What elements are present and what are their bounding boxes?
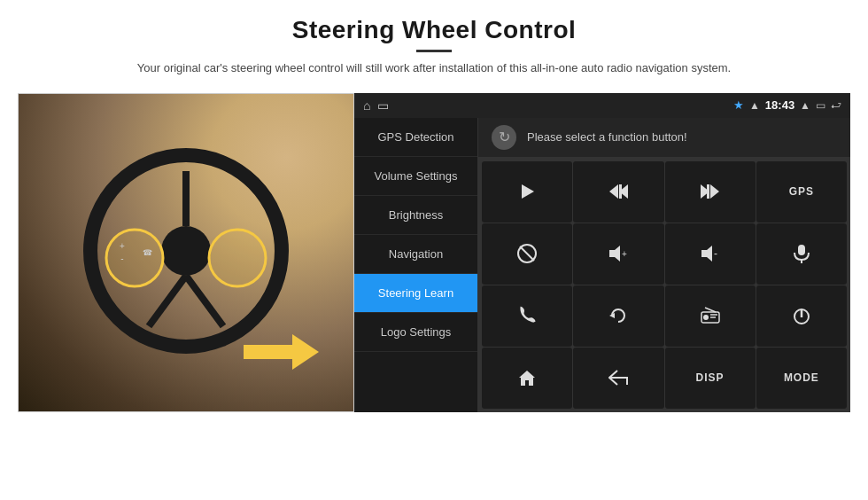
- prev-icon: [608, 183, 628, 200]
- svg-marker-14: [710, 184, 719, 199]
- direction-arrow: [244, 334, 319, 370]
- svg-text:☎: ☎: [143, 248, 152, 257]
- menu-sidebar: GPS Detection Volume Settings Brightness…: [354, 118, 478, 412]
- home-icon: ⌂: [363, 98, 370, 113]
- rotate-button[interactable]: [573, 285, 663, 347]
- steering-wheel-svg: + - ☎: [80, 145, 292, 357]
- play-button[interactable]: [482, 161, 572, 223]
- back-nav-icon: ⮐: [831, 99, 841, 112]
- svg-text:+: +: [120, 241, 125, 251]
- svg-point-1: [161, 226, 211, 276]
- function-header: ↻ Please select a function button!: [478, 118, 850, 158]
- prev-button[interactable]: [573, 161, 663, 223]
- power-button[interactable]: [756, 285, 847, 347]
- svg-point-5: [106, 230, 163, 286]
- status-bar-right: ★ ▲ 18:43 ▲ ▭ ⮐: [733, 98, 841, 112]
- content-area: + - ☎ ⌂ ▭: [18, 93, 850, 412]
- status-time: 18:43: [765, 98, 794, 112]
- vol-down-button[interactable]: -: [665, 223, 756, 285]
- svg-marker-11: [609, 184, 618, 199]
- back-button[interactable]: [573, 348, 663, 409]
- bluetooth-icon: ★: [733, 98, 744, 112]
- page-title: Steering Wheel Control: [137, 16, 731, 44]
- svg-marker-33: [519, 371, 535, 386]
- next-button[interactable]: [665, 161, 756, 223]
- back-icon: [608, 370, 628, 386]
- status-bar: ⌂ ▭ ★ ▲ 18:43 ▲ ▭ ⮐: [354, 93, 850, 118]
- radio-button[interactable]: [665, 285, 756, 347]
- cast-icon: ▭: [377, 98, 389, 113]
- svg-text:-: -: [120, 254, 123, 263]
- svg-marker-19: [609, 246, 620, 262]
- svg-text:+: +: [622, 249, 627, 259]
- refresh-icon[interactable]: ↻: [492, 125, 516, 150]
- mic-button[interactable]: [756, 223, 847, 285]
- radio-icon: [700, 307, 721, 324]
- play-icon: [518, 183, 536, 200]
- power-icon: [792, 306, 811, 325]
- page-container: Steering Wheel Control Your original car…: [0, 0, 868, 500]
- home-button[interactable]: [482, 348, 572, 409]
- gps-button[interactable]: GPS: [756, 161, 847, 223]
- window-icon: ▭: [816, 99, 825, 112]
- rotate-icon: [608, 306, 628, 325]
- mode-button[interactable]: MODE: [756, 348, 847, 409]
- menu-item-brightness[interactable]: Brightness: [354, 196, 477, 235]
- disp-button[interactable]: DISP: [665, 348, 756, 409]
- title-divider: [416, 50, 452, 52]
- home-icon: [517, 369, 537, 387]
- steering-wheel-overlay: + - ☎: [19, 94, 353, 411]
- menu-item-steering[interactable]: Steering Learn: [354, 274, 477, 313]
- head-unit-screen: ⌂ ▭ ★ ▲ 18:43 ▲ ▭ ⮐ GPS Detection Volume…: [354, 93, 850, 412]
- vol-down-icon: -: [700, 245, 721, 262]
- svg-text:-: -: [714, 247, 717, 260]
- menu-item-navigation[interactable]: Navigation: [354, 235, 477, 274]
- menu-item-gps[interactable]: GPS Detection: [354, 118, 477, 157]
- svg-marker-10: [522, 184, 534, 199]
- menu-item-logo[interactable]: Logo Settings: [354, 313, 477, 352]
- function-prompt: Please select a function button!: [527, 130, 687, 144]
- title-section: Steering Wheel Control Your original car…: [137, 16, 731, 77]
- svg-point-6: [209, 230, 266, 286]
- screen-content: GPS Detection Volume Settings Brightness…: [354, 118, 850, 412]
- status-bar-left: ⌂ ▭: [363, 98, 389, 113]
- phone-icon: [518, 306, 536, 325]
- svg-rect-23: [798, 245, 805, 255]
- svg-marker-21: [701, 246, 712, 262]
- car-image: + - ☎: [18, 93, 354, 412]
- mute-button[interactable]: [482, 223, 572, 285]
- function-button-grid: GPS +: [478, 158, 850, 412]
- phone-button[interactable]: [482, 285, 572, 347]
- mic-icon: [793, 244, 810, 263]
- svg-line-3: [149, 276, 186, 326]
- wifi-icon: ▲: [749, 99, 760, 112]
- mute-icon: [517, 244, 537, 263]
- svg-point-27: [703, 315, 709, 320]
- next-icon: [701, 183, 720, 200]
- svg-line-4: [186, 276, 223, 326]
- function-area: ↻ Please select a function button!: [478, 118, 850, 412]
- menu-item-volume[interactable]: Volume Settings: [354, 157, 477, 196]
- page-subtitle: Your original car's steering wheel contr…: [137, 59, 731, 77]
- vol-up-icon: +: [608, 245, 629, 262]
- vol-up-button[interactable]: +: [573, 223, 663, 285]
- svg-line-18: [520, 246, 534, 261]
- expand-icon: ▲: [800, 99, 810, 112]
